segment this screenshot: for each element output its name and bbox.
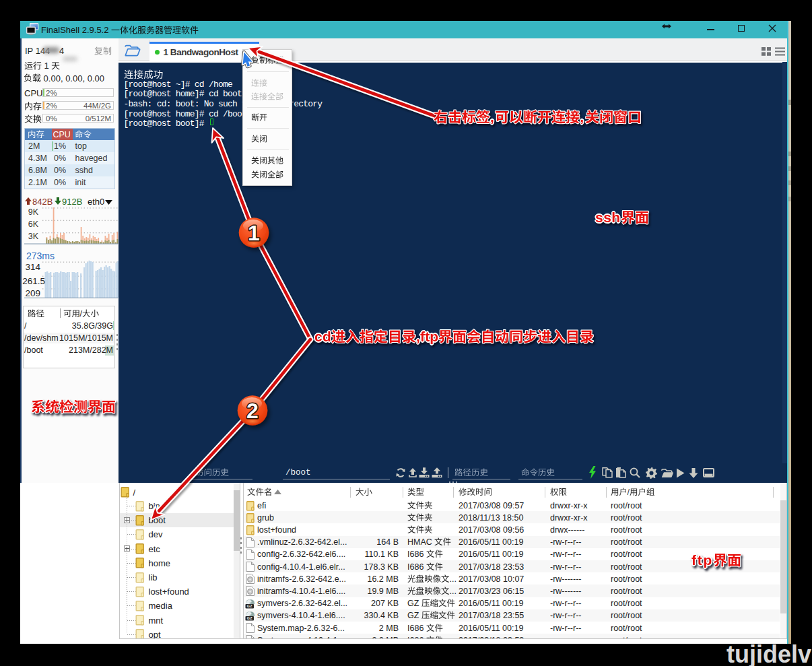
svg-text:1: 1 [248,221,260,245]
svg-text:2: 2 [246,399,259,423]
